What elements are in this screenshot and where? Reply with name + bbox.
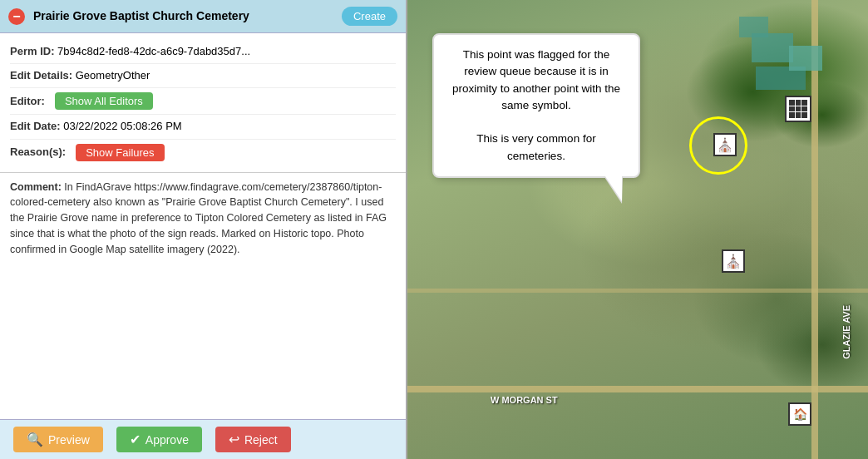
edit-details-row: Edit Details: GeometryOther	[10, 64, 396, 88]
edit-details-label: Edit Details:	[10, 69, 72, 81]
street-label-glazie: GLAZIE AVE	[841, 305, 851, 359]
edit-date-row: Edit Date: 03/22/2022 05:08:26 PM	[10, 115, 396, 139]
reject-button[interactable]: ↩ Reject	[215, 427, 291, 452]
record-header: − Prairie Grove Baptist Church Cemetery …	[0, 0, 406, 33]
grid-cell	[789, 112, 795, 118]
preview-label: Preview	[48, 433, 90, 447]
cemetery-marker-upper[interactable]: ⛪	[713, 133, 737, 156]
edit-details-value: GeometryOther	[76, 69, 150, 81]
grid-cell	[801, 100, 807, 106]
fields-section: Perm ID: 7b94c8d2-fed8-42dc-a6c9-7dabd35…	[0, 33, 406, 173]
grid-cell	[796, 112, 801, 118]
tooltip-text: This point was flagged for the review qu…	[452, 48, 620, 162]
house-icon[interactable]: 🏠	[788, 402, 811, 426]
main-container: − Prairie Grove Baptist Church Cemetery …	[0, 0, 868, 459]
bottom-toolbar: 🔍 Preview ✔ Approve ↩ Reject	[0, 419, 407, 459]
search-icon: 🔍	[27, 432, 43, 447]
reasons-row: Reason(s): Show Failures	[10, 140, 396, 165]
grid-cell	[801, 106, 807, 112]
grid-cell	[796, 100, 801, 106]
record-title: Prairie Grove Baptist Church Cemetery	[33, 8, 333, 23]
preview-button[interactable]: 🔍 Preview	[13, 427, 103, 452]
approve-button[interactable]: ✔ Approve	[116, 427, 202, 452]
edit-date-label: Edit Date:	[10, 120, 61, 132]
cemetery-marker-lower[interactable]: ⛪	[722, 249, 745, 273]
comment-label: Comment:	[10, 181, 62, 193]
building-4	[739, 17, 768, 37]
map-panel: ⛪ ⛪ This point was flagged for the revie…	[407, 0, 868, 459]
street-label-morgan: W MORGAN ST	[491, 395, 558, 405]
remove-button[interactable]: −	[8, 8, 25, 25]
reject-label: Reject	[244, 433, 278, 447]
comment-body: In FindAGrave https://www.findagrave.com…	[10, 181, 387, 255]
perm-id-value: 7b94c8d2-fed8-42dc-a6c9-7dabd35d7...	[57, 45, 250, 57]
road-horizontal	[407, 386, 868, 392]
left-panel: − Prairie Grove Baptist Church Cemetery …	[0, 0, 407, 459]
comment-section: Comment: In FindAGrave https://www.finda…	[0, 173, 406, 419]
create-button[interactable]: Create	[342, 7, 397, 26]
grid-cell	[796, 106, 801, 112]
editor-label: Editor:	[10, 94, 45, 109]
perm-id-label: Perm ID:	[10, 45, 54, 57]
perm-id-row: Perm ID: 7b94c8d2-fed8-42dc-a6c9-7dabd35…	[10, 40, 396, 64]
show-editors-button[interactable]: Show All Editors	[55, 92, 153, 110]
grid-cell	[789, 106, 795, 112]
edit-date-value: 03/22/2022 05:08:26 PM	[63, 120, 181, 132]
editor-row: Editor: Show All Editors	[10, 88, 396, 115]
reasons-label: Reason(s):	[10, 145, 66, 160]
building-3	[789, 46, 822, 71]
grid-cell	[789, 100, 795, 106]
show-failures-button[interactable]: Show Failures	[76, 144, 164, 161]
tooltip-bubble: This point was flagged for the review qu…	[432, 33, 640, 178]
checkmark-icon: ✔	[130, 432, 141, 447]
grid-landmark-icon	[785, 96, 811, 122]
comment-text: Comment: In FindAGrave https://www.finda…	[10, 180, 396, 258]
building-1	[752, 33, 793, 62]
approve-label: Approve	[145, 433, 189, 447]
undo-icon: ↩	[229, 432, 239, 447]
grid-cell	[801, 112, 807, 118]
road-horizontal-2	[407, 289, 868, 293]
